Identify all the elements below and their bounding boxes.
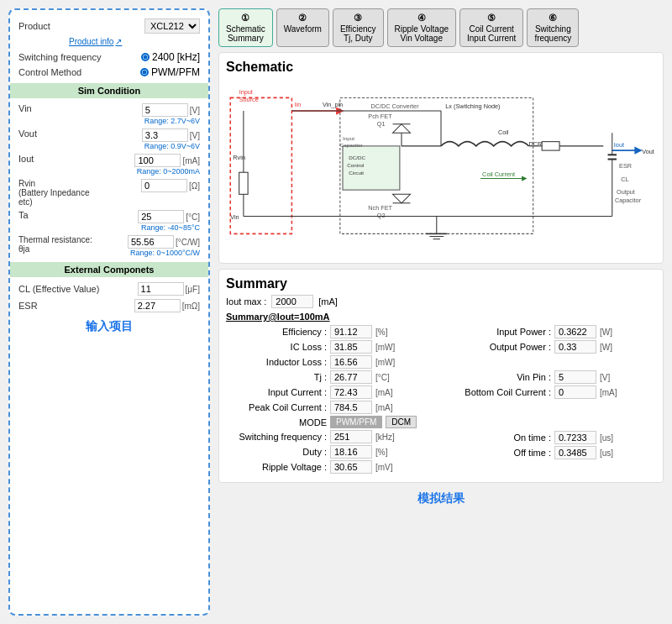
product-select[interactable]: XCL212 — [144, 18, 200, 34]
ic-loss-label: IC Loss : — [226, 342, 327, 352]
input-current-label: Input Current : — [226, 387, 327, 397]
svg-text:Source: Source — [239, 96, 259, 103]
ta-row: Ta [°C] Range: -40~85°C — [18, 210, 200, 232]
rvin-label: Rvin — [18, 179, 94, 188]
rvin-unit: [Ω] — [189, 181, 200, 191]
switching-freq-row: Switching frequency 2400 [kHz] — [18, 51, 200, 63]
duty-value: 18.16 — [330, 445, 372, 459]
svg-text:Input: Input — [343, 135, 354, 141]
svg-text:Lx (Switching Node): Lx (Switching Node) — [445, 102, 500, 110]
duty-label: Duty : — [226, 447, 327, 457]
bottom-coil-unit: [mA] — [600, 388, 617, 397]
summary-right-col: Input Power : 0.3622 [W] Output Power : … — [442, 325, 656, 475]
ic-loss-row: IC Loss : 31.85 [mW] — [226, 340, 440, 354]
schematic-diagram: Input Source Iin Vin_pin Rvin — [226, 80, 656, 256]
esr-unit: [mΩ] — [182, 302, 200, 311]
ripple-value: 30.65 — [330, 460, 372, 474]
iout-max-label: Iout max : — [226, 296, 266, 307]
inductor-loss-row: Inductor Loss : 16.56 [mW] — [226, 355, 440, 369]
schematic-area: Schematic Input Source Iin Vin_pin — [218, 52, 664, 264]
svg-rect-17 — [343, 146, 400, 190]
mode-pwm-badge: PWM/PFM — [330, 416, 382, 428]
inductor-loss-label: Inductor Loss : — [226, 357, 327, 367]
output-power-value: 0.33 — [554, 340, 596, 354]
summary-iout-row: Iout max : 2000 [mA] — [226, 295, 656, 308]
thermal-label: Thermal resistance: θja — [18, 235, 94, 254]
inductor-loss-value: 16.56 — [330, 355, 372, 369]
tab-ripple-voltage[interactable]: ④ Ripple VoltageVin Voltage — [387, 8, 457, 47]
sw-freq-value: 251 — [330, 430, 372, 443]
output-power-row: Output Power : 0.33 [W] — [450, 340, 656, 354]
off-time-unit: [us] — [600, 448, 613, 458]
svg-text:DC/DC: DC/DC — [349, 155, 365, 160]
product-link[interactable]: Product info ↗ — [69, 37, 200, 46]
switching-freq-label: Switching frequency — [18, 52, 101, 62]
iout-max-unit: [mA] — [318, 296, 338, 307]
summary-title: Summary — [226, 276, 656, 291]
tab-switching-freq[interactable]: ⑥ Switchingfrequency — [527, 8, 579, 47]
tab-efficiency[interactable]: ③ EfficiencyTj, Duty — [333, 8, 384, 47]
ripple-unit: [mV] — [375, 463, 393, 472]
vin-pin-label: Vin Pin : — [450, 372, 551, 382]
vin-range: Range: 2.7V~6V — [144, 117, 200, 125]
vout-input[interactable] — [142, 128, 188, 142]
svg-text:Control: Control — [347, 162, 364, 168]
esr-input[interactable] — [134, 299, 181, 312]
tabs-row: ① SchematicSummary ② Waveform ③ Efficien… — [218, 8, 664, 47]
summary-at-label: Summary@Iout=100mA — [226, 312, 656, 322]
output-power-unit: [W] — [600, 343, 612, 352]
svg-rect-8 — [239, 172, 248, 194]
svg-text:Output: Output — [617, 188, 635, 196]
vin-pin-row: Vin Pin : 5 [V] — [450, 370, 656, 384]
svg-text:Iout: Iout — [614, 141, 624, 149]
iout-max-value: 2000 — [271, 295, 313, 308]
product-row: Product XCL212 — [18, 18, 200, 34]
svg-marker-54 — [393, 194, 411, 202]
summary-left-col: Efficiency : 91.12 [%] IC Loss : 31.85 [… — [226, 325, 440, 475]
svg-text:Vin: Vin — [230, 213, 239, 221]
control-radio[interactable] — [140, 68, 149, 76]
cl-label: CL (Effective Value) — [18, 284, 99, 294]
ext-section-header: External Componets — [10, 262, 208, 277]
vin-unit: [V] — [190, 106, 200, 115]
svg-text:DC/DC Converter: DC/DC Converter — [370, 102, 419, 110]
bottom-coil-value: 0 — [554, 385, 596, 399]
iout-input[interactable] — [134, 154, 181, 167]
thermal-input[interactable] — [128, 235, 174, 249]
efficiency-unit: [%] — [375, 328, 387, 337]
schematic-title: Schematic — [226, 60, 656, 75]
rvin-input[interactable] — [141, 179, 187, 192]
svg-marker-52 — [393, 124, 411, 133]
svg-text:Iin: Iin — [295, 101, 302, 108]
thermal-unit: [°C/W] — [176, 238, 200, 247]
tab-coil-current[interactable]: ⑤ Coil CurrentInput Current — [459, 8, 523, 47]
vin-input[interactable] — [142, 103, 188, 117]
ripple-row: Ripple Voltage : 30.65 [mV] — [226, 460, 440, 474]
cl-unit: [μF] — [186, 285, 200, 294]
spacer2 — [450, 401, 656, 414]
duty-row: Duty : 18.16 [%] — [226, 445, 440, 459]
duty-unit: [%] — [375, 448, 387, 457]
svg-rect-36 — [542, 142, 559, 150]
control-method-row: Control Method PWM/PFM — [18, 66, 200, 78]
input-current-row: Input Current : 72.43 [mA] — [226, 385, 440, 399]
input-power-row: Input Power : 0.3622 [W] — [450, 325, 656, 338]
tj-label: Tj : — [226, 372, 327, 382]
tab-schematic-summary[interactable]: ① SchematicSummary — [218, 8, 273, 47]
svg-text:Q1: Q1 — [377, 120, 386, 128]
svg-text:Coil Current: Coil Current — [482, 170, 515, 178]
svg-text:ESR: ESR — [619, 162, 632, 170]
peak-coil-unit: [mA] — [375, 403, 393, 412]
external-link-icon: ↗ — [115, 37, 122, 46]
vout-row: Vout [V] Range: 0.9V~6V — [18, 128, 200, 150]
on-time-label: On time : — [450, 433, 551, 443]
vout-range: Range: 0.9V~6V — [144, 142, 200, 150]
cl-input[interactable] — [138, 282, 184, 296]
on-time-unit: [us] — [600, 433, 613, 443]
input-current-value: 72.43 — [330, 385, 372, 399]
svg-text:DCR: DCR — [528, 140, 542, 148]
ic-loss-unit: [mW] — [375, 343, 395, 352]
ta-input[interactable] — [138, 210, 184, 223]
tab-waveform[interactable]: ② Waveform — [276, 8, 329, 47]
switching-freq-radio[interactable] — [141, 53, 150, 61]
